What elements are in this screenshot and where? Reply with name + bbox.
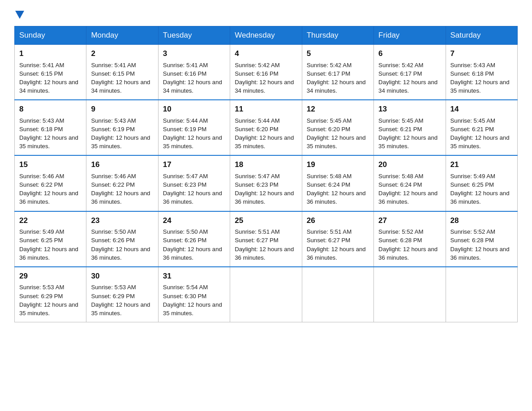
day-info: Sunrise: 5:52 AM Sunset: 6:28 PM Dayligh… (378, 227, 441, 262)
day-number: 9 (91, 104, 153, 115)
day-cell-24: 24 Sunrise: 5:50 AM Sunset: 6:26 PM Dayl… (158, 211, 230, 267)
header (14, 11, 518, 18)
day-info: Sunrise: 5:53 AM Sunset: 6:29 PM Dayligh… (91, 283, 153, 317)
day-number: 18 (235, 159, 297, 171)
day-cell-17: 17 Sunrise: 5:47 AM Sunset: 6:23 PM Dayl… (158, 155, 230, 211)
day-number: 1 (19, 48, 82, 60)
dow-header-monday: Monday (86, 26, 158, 45)
day-cell-14: 14 Sunrise: 5:45 AM Sunset: 6:21 PM Dayl… (446, 100, 517, 155)
week-row-2: 8 Sunrise: 5:43 AM Sunset: 6:18 PM Dayli… (15, 100, 518, 155)
day-info: Sunrise: 5:52 AM Sunset: 6:28 PM Dayligh… (450, 227, 513, 262)
week-row-1: 1 Sunrise: 5:41 AM Sunset: 6:15 PM Dayli… (15, 45, 518, 100)
day-number: 6 (378, 48, 441, 60)
day-number: 7 (450, 48, 513, 60)
day-number: 23 (91, 215, 153, 227)
day-number: 8 (19, 104, 82, 115)
day-number: 19 (307, 159, 369, 171)
day-cell-12: 12 Sunrise: 5:45 AM Sunset: 6:20 PM Dayl… (302, 100, 373, 155)
day-number: 15 (19, 159, 82, 171)
day-cell-3: 3 Sunrise: 5:41 AM Sunset: 6:16 PM Dayli… (158, 45, 230, 100)
day-cell-11: 11 Sunrise: 5:44 AM Sunset: 6:20 PM Dayl… (230, 100, 302, 155)
day-info: Sunrise: 5:43 AM Sunset: 6:18 PM Dayligh… (19, 116, 82, 151)
dow-header-sunday: Sunday (15, 26, 86, 45)
day-info: Sunrise: 5:43 AM Sunset: 6:18 PM Dayligh… (450, 61, 513, 95)
day-cell-30: 30 Sunrise: 5:53 AM Sunset: 6:29 PM Dayl… (86, 267, 158, 322)
day-cell-21: 21 Sunrise: 5:49 AM Sunset: 6:25 PM Dayl… (446, 155, 517, 211)
day-cell-20: 20 Sunrise: 5:48 AM Sunset: 6:24 PM Dayl… (374, 155, 446, 211)
day-info: Sunrise: 5:46 AM Sunset: 6:22 PM Dayligh… (19, 172, 82, 206)
day-cell-9: 9 Sunrise: 5:43 AM Sunset: 6:19 PM Dayli… (86, 100, 158, 155)
day-info: Sunrise: 5:42 AM Sunset: 6:16 PM Dayligh… (235, 61, 297, 95)
day-info: Sunrise: 5:41 AM Sunset: 6:15 PM Dayligh… (91, 61, 153, 95)
day-cell-2: 2 Sunrise: 5:41 AM Sunset: 6:15 PM Dayli… (86, 45, 158, 100)
day-number: 4 (235, 48, 297, 60)
day-number: 22 (19, 215, 82, 227)
day-cell-15: 15 Sunrise: 5:46 AM Sunset: 6:22 PM Dayl… (15, 155, 86, 211)
day-info: Sunrise: 5:47 AM Sunset: 6:23 PM Dayligh… (235, 172, 297, 206)
day-cell-19: 19 Sunrise: 5:48 AM Sunset: 6:24 PM Dayl… (302, 155, 373, 211)
day-info: Sunrise: 5:44 AM Sunset: 6:19 PM Dayligh… (163, 116, 225, 151)
day-info: Sunrise: 5:42 AM Sunset: 6:17 PM Dayligh… (378, 61, 441, 95)
day-cell-28: 28 Sunrise: 5:52 AM Sunset: 6:28 PM Dayl… (446, 211, 517, 267)
empty-cell (446, 267, 517, 322)
empty-cell (302, 267, 373, 322)
day-cell-26: 26 Sunrise: 5:51 AM Sunset: 6:27 PM Dayl… (302, 211, 373, 267)
day-number: 17 (163, 159, 225, 171)
empty-cell (374, 267, 446, 322)
day-cell-27: 27 Sunrise: 5:52 AM Sunset: 6:28 PM Dayl… (374, 211, 446, 267)
day-cell-23: 23 Sunrise: 5:50 AM Sunset: 6:26 PM Dayl… (86, 211, 158, 267)
dow-header-saturday: Saturday (446, 26, 517, 45)
day-number: 30 (91, 271, 153, 282)
day-number: 10 (163, 104, 225, 115)
day-info: Sunrise: 5:51 AM Sunset: 6:27 PM Dayligh… (307, 227, 369, 262)
day-info: Sunrise: 5:51 AM Sunset: 6:27 PM Dayligh… (235, 227, 297, 262)
day-info: Sunrise: 5:45 AM Sunset: 6:21 PM Dayligh… (378, 116, 441, 151)
day-info: Sunrise: 5:54 AM Sunset: 6:30 PM Dayligh… (163, 283, 225, 317)
day-info: Sunrise: 5:43 AM Sunset: 6:19 PM Dayligh… (91, 116, 153, 151)
logo (14, 11, 24, 18)
logo-text (14, 11, 24, 18)
dow-header-tuesday: Tuesday (158, 26, 230, 45)
day-cell-31: 31 Sunrise: 5:54 AM Sunset: 6:30 PM Dayl… (158, 267, 230, 322)
calendar-body: 1 Sunrise: 5:41 AM Sunset: 6:15 PM Dayli… (15, 45, 518, 322)
day-cell-8: 8 Sunrise: 5:43 AM Sunset: 6:18 PM Dayli… (15, 100, 86, 155)
day-cell-4: 4 Sunrise: 5:42 AM Sunset: 6:16 PM Dayli… (230, 45, 302, 100)
day-info: Sunrise: 5:53 AM Sunset: 6:29 PM Dayligh… (19, 283, 82, 317)
dow-header-wednesday: Wednesday (230, 26, 302, 45)
week-row-3: 15 Sunrise: 5:46 AM Sunset: 6:22 PM Dayl… (15, 155, 518, 211)
day-cell-5: 5 Sunrise: 5:42 AM Sunset: 6:17 PM Dayli… (302, 45, 373, 100)
day-info: Sunrise: 5:50 AM Sunset: 6:26 PM Dayligh… (163, 227, 225, 262)
day-cell-10: 10 Sunrise: 5:44 AM Sunset: 6:19 PM Dayl… (158, 100, 230, 155)
day-number: 31 (163, 271, 225, 282)
day-number: 27 (378, 215, 441, 227)
day-number: 28 (450, 215, 513, 227)
day-number: 3 (163, 48, 225, 60)
day-info: Sunrise: 5:49 AM Sunset: 6:25 PM Dayligh… (19, 227, 82, 262)
day-number: 5 (307, 48, 369, 60)
day-info: Sunrise: 5:45 AM Sunset: 6:20 PM Dayligh… (307, 116, 369, 151)
day-cell-29: 29 Sunrise: 5:53 AM Sunset: 6:29 PM Dayl… (15, 267, 86, 322)
day-number: 25 (235, 215, 297, 227)
day-number: 16 (91, 159, 153, 171)
day-cell-7: 7 Sunrise: 5:43 AM Sunset: 6:18 PM Dayli… (446, 45, 517, 100)
day-info: Sunrise: 5:44 AM Sunset: 6:20 PM Dayligh… (235, 116, 297, 151)
day-number: 24 (163, 215, 225, 227)
week-row-5: 29 Sunrise: 5:53 AM Sunset: 6:29 PM Dayl… (15, 267, 518, 322)
day-number: 2 (91, 48, 153, 60)
day-info: Sunrise: 5:48 AM Sunset: 6:24 PM Dayligh… (307, 172, 369, 206)
day-number: 13 (378, 104, 441, 115)
day-cell-13: 13 Sunrise: 5:45 AM Sunset: 6:21 PM Dayl… (374, 100, 446, 155)
empty-cell (230, 267, 302, 322)
page: SundayMondayTuesdayWednesdayThursdayFrid… (0, 0, 532, 337)
dow-header-friday: Friday (374, 26, 446, 45)
day-number: 29 (19, 271, 82, 282)
day-info: Sunrise: 5:48 AM Sunset: 6:24 PM Dayligh… (378, 172, 441, 206)
logo-triangle-icon (15, 11, 24, 19)
dow-header-thursday: Thursday (302, 26, 373, 45)
day-info: Sunrise: 5:41 AM Sunset: 6:16 PM Dayligh… (163, 61, 225, 95)
day-info: Sunrise: 5:45 AM Sunset: 6:21 PM Dayligh… (450, 116, 513, 151)
day-info: Sunrise: 5:50 AM Sunset: 6:26 PM Dayligh… (91, 227, 153, 262)
day-cell-18: 18 Sunrise: 5:47 AM Sunset: 6:23 PM Dayl… (230, 155, 302, 211)
day-number: 20 (378, 159, 441, 171)
day-cell-16: 16 Sunrise: 5:46 AM Sunset: 6:22 PM Dayl… (86, 155, 158, 211)
